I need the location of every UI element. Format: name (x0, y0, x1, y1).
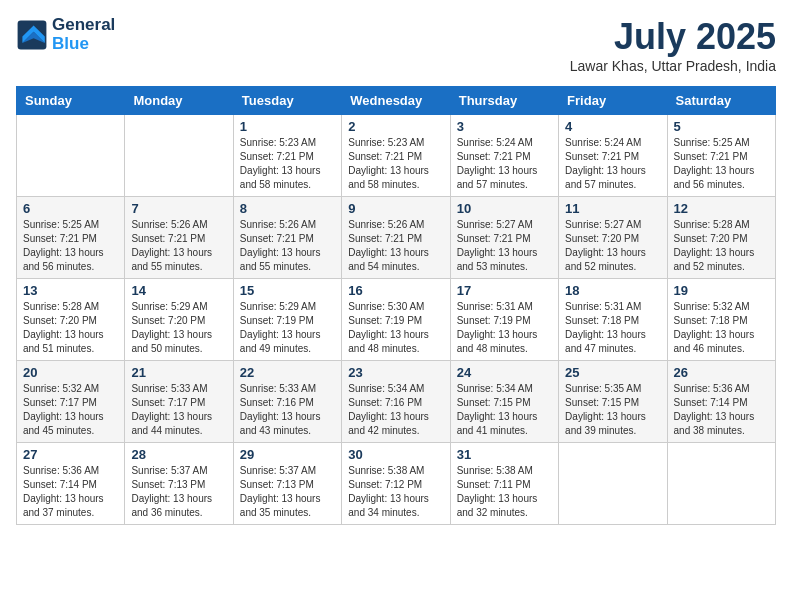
logo-line1: General (52, 16, 115, 35)
day-number: 25 (565, 365, 660, 380)
calendar-cell: 12Sunrise: 5:28 AMSunset: 7:20 PMDayligh… (667, 197, 775, 279)
day-number: 21 (131, 365, 226, 380)
calendar-cell: 21Sunrise: 5:33 AMSunset: 7:17 PMDayligh… (125, 361, 233, 443)
calendar-cell: 7Sunrise: 5:26 AMSunset: 7:21 PMDaylight… (125, 197, 233, 279)
day-info: Sunrise: 5:32 AMSunset: 7:17 PMDaylight:… (23, 382, 118, 438)
day-info: Sunrise: 5:34 AMSunset: 7:15 PMDaylight:… (457, 382, 552, 438)
day-info: Sunrise: 5:31 AMSunset: 7:18 PMDaylight:… (565, 300, 660, 356)
day-number: 1 (240, 119, 335, 134)
day-info: Sunrise: 5:38 AMSunset: 7:12 PMDaylight:… (348, 464, 443, 520)
title-block: July 2025 Lawar Khas, Uttar Pradesh, Ind… (570, 16, 776, 74)
calendar-cell: 26Sunrise: 5:36 AMSunset: 7:14 PMDayligh… (667, 361, 775, 443)
day-info: Sunrise: 5:33 AMSunset: 7:17 PMDaylight:… (131, 382, 226, 438)
month-title: July 2025 (570, 16, 776, 58)
day-number: 11 (565, 201, 660, 216)
day-info: Sunrise: 5:26 AMSunset: 7:21 PMDaylight:… (240, 218, 335, 274)
calendar-cell: 19Sunrise: 5:32 AMSunset: 7:18 PMDayligh… (667, 279, 775, 361)
calendar-table: SundayMondayTuesdayWednesdayThursdayFrid… (16, 86, 776, 525)
day-number: 26 (674, 365, 769, 380)
calendar-week-row: 13Sunrise: 5:28 AMSunset: 7:20 PMDayligh… (17, 279, 776, 361)
calendar-cell: 24Sunrise: 5:34 AMSunset: 7:15 PMDayligh… (450, 361, 558, 443)
day-info: Sunrise: 5:36 AMSunset: 7:14 PMDaylight:… (23, 464, 118, 520)
day-info: Sunrise: 5:28 AMSunset: 7:20 PMDaylight:… (674, 218, 769, 274)
day-info: Sunrise: 5:32 AMSunset: 7:18 PMDaylight:… (674, 300, 769, 356)
calendar-cell: 18Sunrise: 5:31 AMSunset: 7:18 PMDayligh… (559, 279, 667, 361)
day-number: 29 (240, 447, 335, 462)
day-info: Sunrise: 5:23 AMSunset: 7:21 PMDaylight:… (348, 136, 443, 192)
day-info: Sunrise: 5:25 AMSunset: 7:21 PMDaylight:… (23, 218, 118, 274)
weekday-header-tuesday: Tuesday (233, 87, 341, 115)
day-number: 5 (674, 119, 769, 134)
calendar-week-row: 20Sunrise: 5:32 AMSunset: 7:17 PMDayligh… (17, 361, 776, 443)
day-info: Sunrise: 5:23 AMSunset: 7:21 PMDaylight:… (240, 136, 335, 192)
day-number: 31 (457, 447, 552, 462)
day-info: Sunrise: 5:24 AMSunset: 7:21 PMDaylight:… (457, 136, 552, 192)
calendar-cell (667, 443, 775, 525)
day-info: Sunrise: 5:29 AMSunset: 7:19 PMDaylight:… (240, 300, 335, 356)
calendar-cell: 15Sunrise: 5:29 AMSunset: 7:19 PMDayligh… (233, 279, 341, 361)
calendar-cell: 23Sunrise: 5:34 AMSunset: 7:16 PMDayligh… (342, 361, 450, 443)
page-header: General Blue July 2025 Lawar Khas, Uttar… (16, 16, 776, 74)
day-info: Sunrise: 5:37 AMSunset: 7:13 PMDaylight:… (240, 464, 335, 520)
day-info: Sunrise: 5:29 AMSunset: 7:20 PMDaylight:… (131, 300, 226, 356)
calendar-cell: 20Sunrise: 5:32 AMSunset: 7:17 PMDayligh… (17, 361, 125, 443)
day-number: 28 (131, 447, 226, 462)
calendar-cell: 31Sunrise: 5:38 AMSunset: 7:11 PMDayligh… (450, 443, 558, 525)
day-number: 9 (348, 201, 443, 216)
day-number: 13 (23, 283, 118, 298)
day-number: 27 (23, 447, 118, 462)
weekday-header-saturday: Saturday (667, 87, 775, 115)
day-number: 7 (131, 201, 226, 216)
day-info: Sunrise: 5:24 AMSunset: 7:21 PMDaylight:… (565, 136, 660, 192)
logo-icon (16, 19, 48, 51)
day-info: Sunrise: 5:31 AMSunset: 7:19 PMDaylight:… (457, 300, 552, 356)
calendar-cell (125, 115, 233, 197)
calendar-cell: 3Sunrise: 5:24 AMSunset: 7:21 PMDaylight… (450, 115, 558, 197)
day-number: 19 (674, 283, 769, 298)
calendar-week-row: 27Sunrise: 5:36 AMSunset: 7:14 PMDayligh… (17, 443, 776, 525)
calendar-cell: 9Sunrise: 5:26 AMSunset: 7:21 PMDaylight… (342, 197, 450, 279)
day-number: 4 (565, 119, 660, 134)
day-info: Sunrise: 5:33 AMSunset: 7:16 PMDaylight:… (240, 382, 335, 438)
calendar-cell (559, 443, 667, 525)
calendar-cell: 16Sunrise: 5:30 AMSunset: 7:19 PMDayligh… (342, 279, 450, 361)
day-number: 23 (348, 365, 443, 380)
calendar-week-row: 6Sunrise: 5:25 AMSunset: 7:21 PMDaylight… (17, 197, 776, 279)
day-number: 24 (457, 365, 552, 380)
calendar-cell: 14Sunrise: 5:29 AMSunset: 7:20 PMDayligh… (125, 279, 233, 361)
day-number: 22 (240, 365, 335, 380)
weekday-header-wednesday: Wednesday (342, 87, 450, 115)
weekday-header-friday: Friday (559, 87, 667, 115)
logo: General Blue (16, 16, 115, 53)
calendar-cell: 27Sunrise: 5:36 AMSunset: 7:14 PMDayligh… (17, 443, 125, 525)
day-number: 2 (348, 119, 443, 134)
calendar-week-row: 1Sunrise: 5:23 AMSunset: 7:21 PMDaylight… (17, 115, 776, 197)
day-info: Sunrise: 5:36 AMSunset: 7:14 PMDaylight:… (674, 382, 769, 438)
day-info: Sunrise: 5:38 AMSunset: 7:11 PMDaylight:… (457, 464, 552, 520)
day-number: 12 (674, 201, 769, 216)
weekday-header-thursday: Thursday (450, 87, 558, 115)
calendar-cell: 8Sunrise: 5:26 AMSunset: 7:21 PMDaylight… (233, 197, 341, 279)
day-info: Sunrise: 5:27 AMSunset: 7:21 PMDaylight:… (457, 218, 552, 274)
day-info: Sunrise: 5:30 AMSunset: 7:19 PMDaylight:… (348, 300, 443, 356)
day-number: 17 (457, 283, 552, 298)
day-number: 15 (240, 283, 335, 298)
calendar-cell: 2Sunrise: 5:23 AMSunset: 7:21 PMDaylight… (342, 115, 450, 197)
weekday-header-monday: Monday (125, 87, 233, 115)
day-number: 30 (348, 447, 443, 462)
day-info: Sunrise: 5:37 AMSunset: 7:13 PMDaylight:… (131, 464, 226, 520)
calendar-cell: 10Sunrise: 5:27 AMSunset: 7:21 PMDayligh… (450, 197, 558, 279)
calendar-cell: 13Sunrise: 5:28 AMSunset: 7:20 PMDayligh… (17, 279, 125, 361)
day-number: 8 (240, 201, 335, 216)
day-info: Sunrise: 5:34 AMSunset: 7:16 PMDaylight:… (348, 382, 443, 438)
day-number: 3 (457, 119, 552, 134)
calendar-cell: 5Sunrise: 5:25 AMSunset: 7:21 PMDaylight… (667, 115, 775, 197)
calendar-cell: 6Sunrise: 5:25 AMSunset: 7:21 PMDaylight… (17, 197, 125, 279)
day-number: 6 (23, 201, 118, 216)
weekday-header-sunday: Sunday (17, 87, 125, 115)
day-info: Sunrise: 5:26 AMSunset: 7:21 PMDaylight:… (348, 218, 443, 274)
calendar-cell (17, 115, 125, 197)
calendar-cell: 29Sunrise: 5:37 AMSunset: 7:13 PMDayligh… (233, 443, 341, 525)
calendar-cell: 17Sunrise: 5:31 AMSunset: 7:19 PMDayligh… (450, 279, 558, 361)
calendar-cell: 4Sunrise: 5:24 AMSunset: 7:21 PMDaylight… (559, 115, 667, 197)
